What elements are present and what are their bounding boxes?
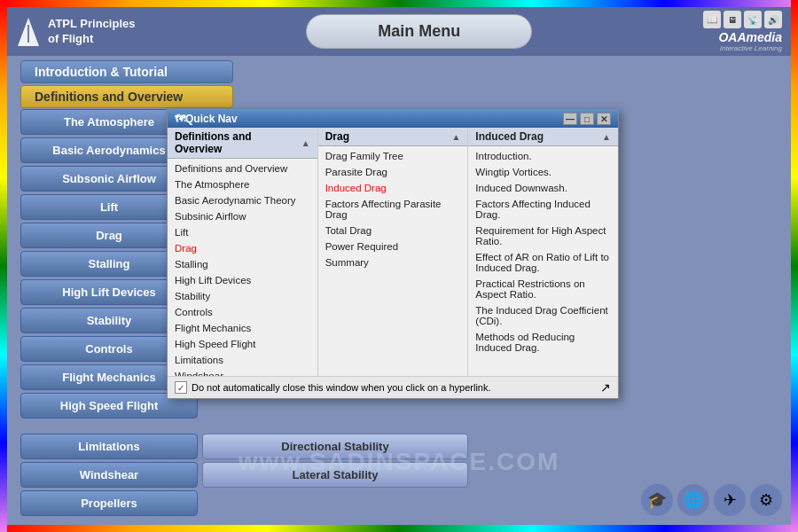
col1-item-3[interactable]: Subsinic Airflow <box>168 208 317 224</box>
oaa-sub-text: Interactive Learning <box>720 44 782 52</box>
dialog-close-btn[interactable]: ✕ <box>597 113 611 125</box>
bottom-row-1: Limitations Directional Stability <box>20 434 468 459</box>
col3-item-0[interactable]: Introduction. <box>468 148 618 164</box>
col2-item-3[interactable]: Factors Affecting Parasite Drag <box>318 196 468 223</box>
col2-item-1[interactable]: Parasite Drag <box>318 164 468 180</box>
oaa-brand-text: OAAmedia <box>718 30 782 44</box>
lateral-stability-btn[interactable]: Lateral Stability <box>202 462 468 488</box>
col3-item-6[interactable]: Practical Restrictions on Aspect Ratio. <box>468 276 618 302</box>
col2-item-5[interactable]: Power Required <box>318 239 468 254</box>
col1-header: Definitions and Overview ▲ <box>168 128 317 159</box>
col2-item-0[interactable]: Drag Family Tree <box>318 148 468 164</box>
dialog-col-1: Definitions and Overview ▲ Definitions a… <box>168 128 318 376</box>
dialog-title-icon: 🗺 <box>175 113 185 125</box>
footer-icon-plane[interactable]: ✈ <box>714 484 746 516</box>
col1-item-11[interactable]: High Speed Flight <box>168 336 317 352</box>
col2-item-2[interactable]: Induced Drag <box>318 180 468 196</box>
header: ATPL Principles of Flight Main Menu 📖 🖥 … <box>7 7 791 56</box>
dialog-titlebar: 🗺 Quick Nav — □ ✕ <box>168 110 618 128</box>
dialog-link-icon[interactable]: ↗ <box>600 380 611 395</box>
col1-item-13[interactable]: Windshear <box>168 368 317 376</box>
col1-item-7[interactable]: High Lift Devices <box>168 272 317 288</box>
footer-icon-globe[interactable]: 🌐 <box>677 484 709 516</box>
logo-icon <box>16 16 41 48</box>
rainbow-top <box>0 0 798 7</box>
bottom-buttons: Limitations Directional Stability Windsh… <box>20 434 468 516</box>
col1-item-0[interactable]: Definitions and Overview <box>168 160 317 176</box>
app-logo: ATPL Principles of Flight <box>16 16 136 48</box>
bottom-row-3: Propellers <box>20 490 468 516</box>
main-title: Main Menu <box>306 14 532 49</box>
col3-item-3[interactable]: Factors Affecting Induced Drag. <box>468 196 618 223</box>
col3-item-5[interactable]: Effect of AR on Ratio of Lift to Induced… <box>468 249 618 276</box>
intro-tutorial-btn[interactable]: Introduction & Tutorial <box>20 60 233 83</box>
col1-item-12[interactable]: Limitations <box>168 352 317 368</box>
rainbow-left <box>0 0 7 532</box>
propellers-btn[interactable]: Propellers <box>20 490 198 516</box>
dialog-controls: — □ ✕ <box>563 113 611 125</box>
dialog-title-label: Quick Nav <box>185 113 238 125</box>
col2-scroll-up[interactable]: ▲ <box>451 132 460 142</box>
app-title: ATPL Principles of Flight <box>48 17 136 47</box>
col2-item-6[interactable]: Summary <box>318 254 468 270</box>
oaa-logo: 📖 🖥 📡 🔊 OAAmedia Interactive Learning <box>703 11 782 52</box>
col1-item-9[interactable]: Controls <box>168 304 317 320</box>
col3-content[interactable]: Introduction. Wingtip Vortices. Induced … <box>468 146 618 376</box>
dialog-maximize-btn[interactable]: □ <box>580 113 594 125</box>
col3-item-7[interactable]: The Induced Drag Coefficient (CDi). <box>468 302 618 329</box>
oaa-icon-4[interactable]: 🔊 <box>764 11 782 28</box>
col1-item-10[interactable]: Flight Mechanics <box>168 320 317 336</box>
auto-close-checkbox[interactable] <box>175 381 187 394</box>
rainbow-bottom <box>0 525 798 532</box>
col1-item-5[interactable]: Drag <box>168 240 317 256</box>
limitations-btn[interactable]: Limitations <box>20 434 198 459</box>
bottom-row-2: Windshear Lateral Stability <box>20 462 468 488</box>
footer-icon-graduate[interactable]: 🎓 <box>641 484 673 516</box>
col1-item-6[interactable]: Stalling <box>168 256 317 272</box>
quick-nav-dialog: 🗺 Quick Nav — □ ✕ Definitions and Overvi… <box>167 109 619 399</box>
col3-item-4[interactable]: Requirement for High Aspect Ratio. <box>468 223 618 249</box>
main-area: Introduction & Tutorial Definitions and … <box>7 56 791 525</box>
dialog-col-2: Drag ▲ Drag Family Tree Parasite Drag In… <box>318 128 469 376</box>
auto-close-label: Do not automatically close this window w… <box>192 382 491 393</box>
dialog-minimize-btn[interactable]: — <box>563 113 577 125</box>
oaa-icon-1[interactable]: 📖 <box>703 11 721 28</box>
col3-item-8[interactable]: Methods od Reducing Induced Drag. <box>468 329 618 356</box>
definitions-overview-btn[interactable]: Definitions and Overview <box>20 85 233 108</box>
dialog-footer: Do not automatically close this window w… <box>168 376 618 398</box>
col3-item-2[interactable]: Induced Downwash. <box>468 180 618 196</box>
col1-content[interactable]: Definitions and Overview The Atmosphere … <box>168 159 317 376</box>
oaa-icon-3[interactable]: 📡 <box>744 11 762 28</box>
col1-item-1[interactable]: The Atmosphere <box>168 176 317 192</box>
col3-scroll-up[interactable]: ▲ <box>602 132 611 142</box>
col1-item-2[interactable]: Basic Aerodynamic Theory <box>168 192 317 208</box>
col1-item-4[interactable]: Lift <box>168 224 317 240</box>
directional-stability-btn[interactable]: Directional Stability <box>202 434 468 459</box>
rainbow-right <box>791 0 798 532</box>
footer-icons: 🎓 🌐 ✈ ⚙ <box>641 484 782 516</box>
dialog-col-3: Induced Drag ▲ Introduction. Wingtip Vor… <box>468 128 618 376</box>
top-nav: Introduction & Tutorial Definitions and … <box>7 56 255 108</box>
dialog-body: Definitions and Overview ▲ Definitions a… <box>168 128 618 376</box>
col2-content[interactable]: Drag Family Tree Parasite Drag Induced D… <box>318 146 468 376</box>
col3-header: Induced Drag ▲ <box>468 128 618 146</box>
oaa-icon-2[interactable]: 🖥 <box>724 11 741 28</box>
col1-item-8[interactable]: Stability <box>168 288 317 304</box>
col3-item-1[interactable]: Wingtip Vortices. <box>468 164 618 180</box>
col1-scroll-up[interactable]: ▲ <box>301 138 310 148</box>
footer-icon-gear[interactable]: ⚙ <box>750 484 782 516</box>
col2-header: Drag ▲ <box>318 128 468 146</box>
col2-item-4[interactable]: Total Drag <box>318 223 468 239</box>
windshear-btn[interactable]: Windshear <box>20 462 198 488</box>
